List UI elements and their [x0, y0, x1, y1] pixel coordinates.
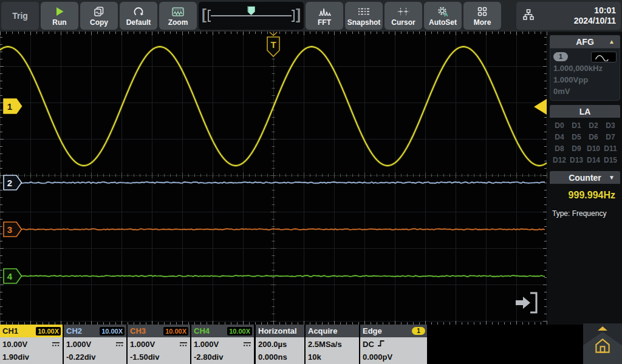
home-icon[interactable] [593, 337, 612, 355]
clock-date: 2024/10/11 [574, 16, 616, 26]
fft-button[interactable]: FFT [306, 2, 343, 30]
snapshot-button[interactable]: Snapshot [345, 2, 383, 30]
channel2-position-marker[interactable]: 2 [3, 175, 22, 190]
run-label: Run [52, 19, 66, 27]
trigger-source-badge: 1 [412, 327, 425, 335]
play-icon [53, 5, 66, 18]
acquire-mem-depth: 10k [308, 352, 321, 362]
channel4-position-marker[interactable]: 4 [3, 268, 22, 284]
clock-panel: 10:01 2024/10/11 [516, 2, 621, 30]
la-d4: D4 [551, 133, 568, 141]
home-corner-panel[interactable] [583, 323, 622, 364]
afg-panel-header[interactable]: AFG ▲ [550, 35, 620, 48]
cursor-button[interactable]: Cursor [384, 2, 422, 30]
ch2-name: CH2 [66, 326, 82, 335]
ch4-position: -2.80div [194, 352, 223, 362]
horizontal-title: Horizontal [258, 326, 297, 335]
autoset-button[interactable]: A AutoSet [424, 2, 462, 30]
copy-label: Copy [90, 19, 108, 27]
collapse-down-icon[interactable]: ▼ [609, 174, 615, 181]
svg-text:T: T [270, 39, 276, 50]
slider-inner-bracket-right [292, 10, 295, 22]
la-d10: D10 [585, 144, 602, 153]
more-label: More [474, 19, 491, 27]
cursor-cross-icon [397, 5, 410, 18]
channel1-panel[interactable]: CH1 10.00X 10.00V 1.90div [0, 325, 63, 364]
la-d2: D2 [585, 121, 602, 130]
la-d7: D7 [602, 133, 619, 141]
sine-wave-icon [591, 52, 617, 62]
channel2-panel[interactable]: CH2 10.00X 1.000V -0.22div [64, 325, 126, 364]
dc-coupling-icon [115, 340, 124, 349]
la-d6: D6 [585, 133, 602, 141]
collapse-up-icon[interactable] [598, 326, 607, 331]
waveform-traces [0, 32, 548, 325]
channel1-position-marker[interactable]: 1 [3, 98, 22, 114]
slider-thumb[interactable] [247, 6, 255, 15]
la-panel-body: D0 D1 D2 D3 D4 D5 D6 D7 D8 D9 D10 D11 D1… [550, 118, 620, 167]
channel4-panel[interactable]: CH4 10.00X 1.000V -2.80div [191, 325, 254, 364]
ch4-name: CH4 [194, 326, 210, 335]
svg-text:A: A [444, 12, 448, 18]
ch3-name: CH3 [130, 326, 146, 335]
run-button[interactable]: Run [41, 2, 78, 30]
channel3-position-marker[interactable]: 3 [3, 221, 22, 237]
trigger-level-arrow[interactable] [533, 98, 547, 116]
oscilloscope-screen: Trig Run Copy [0, 0, 622, 364]
acquire-title: Acquire [308, 326, 337, 335]
zoom-label: Zoom [168, 19, 188, 27]
rising-edge-icon [377, 339, 385, 349]
ch4-probe-badge: 10.00X [227, 327, 252, 335]
svg-text:1: 1 [7, 101, 12, 112]
copy-icon [93, 5, 105, 18]
svg-text:3: 3 [7, 224, 12, 235]
la-d0: D0 [551, 121, 568, 130]
la-d3: D3 [602, 121, 619, 130]
grid-icon [476, 5, 488, 18]
la-d5: D5 [568, 133, 585, 141]
afg-panel-body[interactable]: 1 1.000,000kHz 1.000Vpp 0mV [550, 48, 620, 101]
ch2-probe-badge: 10.00X [100, 327, 125, 335]
zoom-wave-icon [171, 5, 185, 18]
autoset-label: AutoSet [429, 19, 457, 27]
top-toolbar: Trig Run Copy [0, 0, 622, 32]
trigger-panel[interactable]: Edge 1 DC 0.000pV [360, 325, 427, 364]
bottom-status-bar: CH1 10.00X 10.00V 1.90div CH2 10.00X 1.0… [0, 325, 622, 364]
trigger-position-marker[interactable]: T [265, 32, 281, 59]
slider-track[interactable] [211, 15, 292, 16]
expand-menu-icon[interactable] [513, 290, 541, 315]
ch1-name: CH1 [2, 326, 18, 335]
collapse-up-icon[interactable]: ▲ [609, 38, 615, 45]
svg-text:2: 2 [7, 178, 12, 188]
acquire-panel[interactable]: Acquire 2.5MSa/s 10k [306, 325, 359, 364]
counter-type: Type: Frequency [552, 209, 618, 218]
network-icon[interactable] [521, 7, 536, 24]
counter-panel-body: 999.994Hz Type: Frequency [550, 184, 620, 218]
right-sidebar: AFG ▲ 1 1.000,000kHz 1.000Vpp 0mV LA D0 … [548, 32, 622, 325]
channel3-panel[interactable]: CH3 10.00X 1.000V -1.50div [128, 325, 190, 364]
ch4-scale: 1.000V [194, 340, 219, 349]
default-button[interactable]: Default [120, 2, 157, 30]
la-panel-header[interactable]: LA [550, 105, 620, 118]
trigger-level: 0.000pV [363, 352, 392, 362]
la-title: LA [579, 107, 591, 116]
counter-panel-header[interactable]: Counter ▼ [550, 171, 620, 184]
default-label: Default [126, 19, 151, 27]
ch2-position: -0.22div [66, 352, 95, 362]
more-button[interactable]: More [463, 2, 501, 30]
counter-value: 999.994Hz [552, 190, 618, 201]
fft-label: FFT [318, 19, 331, 27]
spectrum-icon [318, 5, 331, 18]
zoom-button[interactable]: Zoom [159, 2, 197, 30]
slider-outer-bracket-left: [ [202, 8, 207, 21]
afg-channel-badge: 1 [553, 52, 568, 61]
trig-text: Trig [12, 11, 28, 21]
horizontal-position-slider[interactable]: [ ] [199, 2, 304, 30]
horizontal-panel[interactable]: Horizontal 200.0µs 0.000ns [256, 325, 304, 364]
la-d9: D9 [568, 144, 585, 153]
ch1-probe-badge: 10.00X [36, 327, 61, 335]
copy-button[interactable]: Copy [80, 2, 118, 30]
dc-coupling-icon [243, 340, 251, 349]
horizontal-scale: 200.0µs [258, 340, 287, 349]
la-d1: D1 [568, 121, 585, 130]
